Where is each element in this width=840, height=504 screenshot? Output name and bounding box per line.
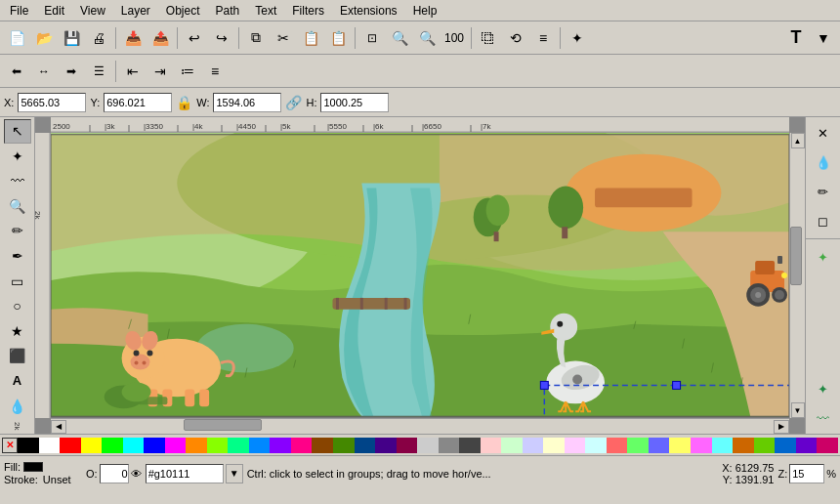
menu-view[interactable]: View — [72, 2, 113, 20]
rect-btn[interactable]: ▭ — [4, 269, 31, 293]
star-btn[interactable]: ★ — [4, 318, 31, 343]
align-btn[interactable]: ≡ — [530, 25, 556, 51]
palette-color-66ff66[interactable] — [627, 438, 649, 453]
dropper-lt-btn[interactable]: 💧 — [4, 395, 31, 419]
vscroll-thumb[interactable] — [790, 227, 802, 285]
text-tool-btn[interactable]: T — [783, 25, 809, 51]
palette-color-ff66ff[interactable] — [691, 438, 712, 453]
hscroll-thumb[interactable] — [184, 419, 262, 431]
palette-color-ff0088[interactable] — [291, 438, 313, 453]
canvas-area[interactable] — [51, 133, 789, 418]
palette-color-00ff00[interactable] — [102, 438, 123, 453]
palette-color-0000ff[interactable] — [144, 438, 165, 453]
rt-eyedropper-btn[interactable]: 💧 — [810, 148, 837, 176]
menu-layer[interactable]: Layer — [113, 2, 158, 20]
opacity-eyedropper-icon[interactable]: 👁 — [131, 468, 142, 480]
save-btn[interactable]: 💾 — [59, 25, 84, 51]
palette-color-ccccff[interactable] — [523, 438, 544, 453]
palette-color-ff0000[interactable] — [60, 438, 81, 453]
3d-btn[interactable]: ⬛ — [4, 344, 31, 368]
no-color-btn[interactable]: ✕ — [2, 438, 18, 453]
palette-color-ff8800[interactable] — [186, 438, 207, 453]
palette-color-ff6666[interactable] — [607, 438, 628, 453]
canvas-wrap[interactable]: 2500 |3k |3350 |4k |4450 |5k |5550 |6k — [35, 117, 805, 434]
h-input[interactable] — [320, 93, 389, 112]
palette-color-00ffff[interactable] — [123, 438, 145, 453]
align-justify-btn[interactable]: ☰ — [86, 59, 111, 84]
zoom-input[interactable] — [789, 464, 824, 483]
palette-color-880044[interactable] — [397, 438, 418, 453]
align-right-btn[interactable]: ➡ — [59, 59, 84, 84]
opacity-input[interactable] — [100, 464, 129, 483]
more-btn[interactable]: ▼ — [811, 25, 836, 51]
rt-path-btn[interactable]: 〰 — [810, 404, 837, 432]
import-btn[interactable]: 📥 — [120, 25, 146, 51]
palette-color-004488[interactable] — [355, 438, 376, 453]
palette-color-ffff00[interactable] — [81, 438, 103, 453]
scroll-right-btn[interactable]: ▶ — [774, 420, 789, 434]
menu-text[interactable]: Text — [247, 2, 284, 20]
print-btn[interactable]: 🖨 — [86, 25, 111, 51]
w-input[interactable] — [213, 93, 281, 112]
palette-color-00ff88[interactable] — [228, 438, 249, 453]
rt-eraser-btn[interactable]: ◻ — [810, 207, 837, 234]
zoom-in-btn[interactable]: 🔍 — [387, 25, 412, 51]
rt-node-btn[interactable]: ✦ — [810, 375, 837, 402]
cut-btn[interactable]: ✂ — [271, 25, 296, 51]
palette-color-cc0066[interactable] — [817, 438, 838, 453]
rt-pencil-btn[interactable]: ✏ — [810, 178, 837, 205]
menu-extensions[interactable]: Extensions — [332, 2, 405, 20]
indent-more-btn[interactable]: ⇥ — [147, 59, 173, 84]
palette-color-448800[interactable] — [333, 438, 355, 453]
zoom-fit-btn[interactable]: ⊡ — [359, 25, 385, 51]
menu-edit[interactable]: Edit — [36, 2, 72, 20]
open-btn[interactable]: 📂 — [31, 25, 57, 51]
list-btn[interactable]: ≔ — [175, 59, 200, 84]
fill-color-box[interactable] — [23, 462, 43, 472]
palette-color-66cc00[interactable] — [754, 438, 776, 453]
horizontal-scrollbar[interactable]: ◀ ▶ — [51, 418, 789, 434]
circle-btn[interactable]: ○ — [4, 294, 31, 318]
menu-object[interactable]: Object — [158, 2, 208, 20]
vscroll-track[interactable] — [790, 148, 805, 402]
palette-color-ccffff[interactable] — [585, 438, 607, 453]
scroll-up-btn[interactable]: ▲ — [791, 133, 805, 148]
y-input[interactable] — [104, 93, 172, 112]
scroll-down-btn[interactable]: ▼ — [791, 402, 805, 418]
duplicate-btn[interactable]: ⿻ — [476, 25, 501, 51]
align-center-btn[interactable]: ↔ — [31, 59, 57, 84]
menu-filters[interactable]: Filters — [284, 2, 332, 20]
export-btn[interactable]: 📤 — [147, 25, 173, 51]
lock2-icon[interactable]: 🔗 — [285, 95, 302, 110]
palette-color-0088ff[interactable] — [249, 438, 271, 453]
palette-color-ffff66[interactable] — [669, 438, 691, 453]
pencil-btn[interactable]: ✏ — [4, 219, 31, 243]
zoom-btn[interactable]: 🔍 — [4, 194, 31, 219]
scroll-left-btn[interactable]: ◀ — [51, 420, 66, 434]
palette-color-6666ff[interactable] — [649, 438, 670, 453]
tweak-btn[interactable]: 〰 — [4, 169, 31, 193]
lock-icon[interactable]: 🔒 — [176, 95, 192, 110]
hscroll-track[interactable] — [66, 419, 774, 434]
menu-file[interactable]: File — [2, 2, 36, 20]
palette-color-440088[interactable] — [375, 438, 397, 453]
zoom-100-btn[interactable]: 100 — [441, 25, 467, 51]
palette-color-ff00ff[interactable] — [165, 438, 187, 453]
rt-gradient-btn[interactable]: ✦ — [810, 243, 837, 271]
palette-color-000000[interactable] — [18, 438, 39, 453]
palette-color-0066cc[interactable] — [775, 438, 796, 453]
copy-doc-btn[interactable]: ⧉ — [243, 25, 269, 51]
redo-btn[interactable]: ↪ — [209, 25, 234, 51]
palette-color-66ffff[interactable] — [712, 438, 734, 453]
paste-btn[interactable]: 📋 — [298, 25, 323, 51]
palette-color-cccccc[interactable] — [417, 438, 439, 453]
object-id-input[interactable] — [146, 464, 224, 483]
palette-color-cc6600[interactable] — [733, 438, 754, 453]
menu-help[interactable]: Help — [405, 2, 445, 20]
palette-color-ffccff[interactable] — [565, 438, 586, 453]
object-id-dropdown[interactable]: ▼ — [226, 464, 243, 483]
palette-color-888888[interactable] — [439, 438, 460, 453]
callig-btn[interactable]: ✒ — [4, 244, 31, 269]
palette-color-88ff00[interactable] — [207, 438, 229, 453]
undo-btn[interactable]: ↩ — [182, 25, 207, 51]
